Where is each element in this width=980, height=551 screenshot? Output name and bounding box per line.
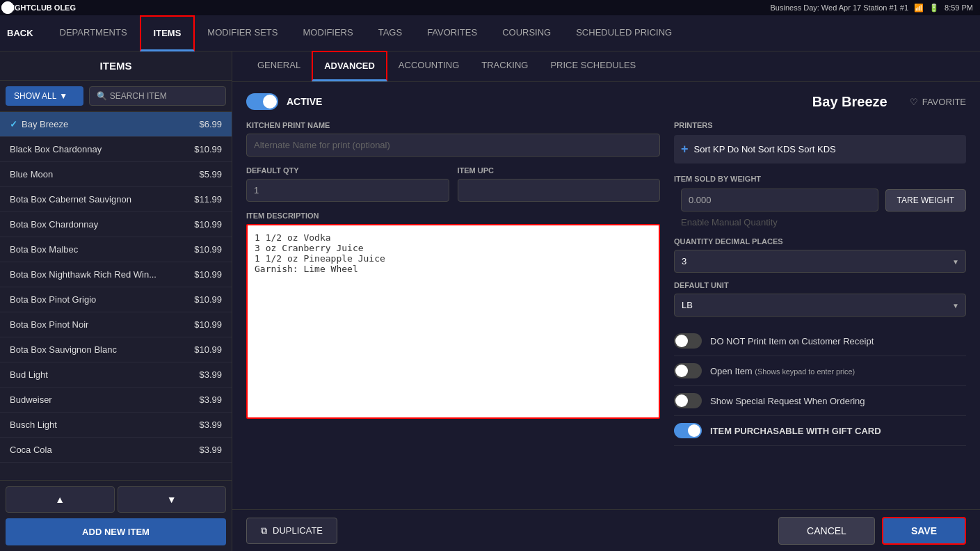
tare-weight-button[interactable]: TARE WEIGHT (885, 189, 966, 211)
weight-row: TARE WEIGHT (674, 189, 966, 211)
tab-price-schedules[interactable]: PRICE SCHEDULES (539, 51, 647, 81)
enable-manual-qty-label: Enable Manual Quantity (674, 217, 966, 227)
favorite-label: FAVORITE (922, 97, 966, 107)
battery-icon: 🔋 (929, 3, 939, 13)
printer-plus-icon: + (681, 142, 689, 157)
scroll-down-button[interactable]: ▼ (118, 486, 227, 513)
list-item[interactable]: Bota Box Cabernet Sauvignon $11.99 (0, 187, 232, 212)
duplicate-icon: ⧉ (261, 525, 267, 536)
qty-upc-row: DEFAULT QTY ITEM UPC (246, 166, 660, 202)
open-item-thumb (675, 365, 688, 377)
kitchen-print-name-label: KITCHEN PRINT NAME (246, 121, 660, 129)
active-row: ACTIVE Bay Breeze ♡ FAVORITE (246, 93, 966, 110)
favorite-button[interactable]: ♡ FAVORITE (910, 97, 966, 107)
enable-manual-qty-text: Enable Manual Quantity (681, 217, 778, 227)
list-item[interactable]: Blue Moon $5.99 (0, 162, 232, 187)
cancel-button[interactable]: CANCEL (778, 517, 875, 545)
toggle-track (246, 93, 278, 110)
list-item[interactable]: ✓Bay Breeze $6.99 (0, 112, 232, 137)
list-item[interactable]: Bota Box Malbec $10.99 (0, 237, 232, 262)
kitchen-print-name-input[interactable] (246, 134, 660, 157)
tab-tracking[interactable]: TRACKING (470, 51, 539, 81)
list-item[interactable]: Black Box Chardonnay $10.99 (0, 137, 232, 162)
item-upc-field: ITEM UPC (458, 166, 661, 202)
nav-departments[interactable]: DEPARTMENTS (47, 15, 140, 51)
list-item[interactable]: Bud Light $3.99 (0, 362, 232, 388)
main-layout: ITEMS SHOW ALL ▼ 🔍 SEARCH ITEM ✓Bay Bree… (0, 51, 980, 551)
item-description-label: ITEM DESCRIPTION (246, 211, 660, 220)
duplicate-button[interactable]: ⧉ DUPLICATE (246, 518, 337, 544)
default-qty-input[interactable] (246, 179, 449, 202)
time-display: 8:59 PM (945, 3, 973, 12)
special-request-thumb (675, 394, 688, 407)
list-item[interactable]: Bota Box Nighthawk Rich Red Win... $10.9… (0, 262, 232, 287)
default-unit-wrapper: LB OZ KG (674, 294, 966, 317)
item-upc-input[interactable] (458, 179, 661, 202)
sidebar: ITEMS SHOW ALL ▼ 🔍 SEARCH ITEM ✓Bay Bree… (0, 51, 232, 551)
list-item[interactable]: Bota Box Pinot Noir $10.99 (0, 312, 232, 337)
list-item[interactable]: Bota Box Sauvignon Blanc $10.99 (0, 337, 232, 362)
dropdown-icon: ▼ (59, 91, 67, 101)
do-not-print-toggle[interactable] (674, 333, 702, 349)
printer-name: Sort KP Do Not Sort KDS Sort KDS (694, 144, 836, 154)
open-item-toggle[interactable] (674, 363, 702, 378)
list-item[interactable]: Coca Cola $3.99 (0, 438, 232, 463)
gift-card-toggle[interactable] (674, 423, 702, 438)
scroll-up-button[interactable]: ▲ (6, 486, 115, 513)
top-bar: NIGHTCLUB OLEG Business Day: Wed Apr 17 … (0, 0, 980, 15)
show-all-label: SHOW ALL (14, 91, 56, 101)
add-new-item-button[interactable]: ADD NEW ITEM (6, 518, 226, 545)
nav-scheduled-pricing[interactable]: SCHEDULED PRICING (563, 15, 684, 51)
toggle-row-special-request: Show Special Request When Ordering (674, 386, 966, 416)
nav-favorites[interactable]: FAVORITES (415, 15, 490, 51)
default-qty-label: DEFAULT QTY (246, 166, 449, 175)
active-toggle[interactable] (246, 93, 278, 110)
weight-input[interactable] (681, 189, 878, 211)
heart-icon: ♡ (910, 97, 918, 107)
list-item[interactable]: Busch Light $3.99 (0, 413, 232, 438)
special-request-toggle[interactable] (674, 393, 702, 408)
bottom-bar: ⧉ DUPLICATE CANCEL SAVE (232, 509, 980, 551)
nav-tags[interactable]: TAGS (366, 15, 415, 51)
wifi-icon: 📶 (914, 3, 924, 13)
default-unit-select[interactable]: LB OZ KG (674, 294, 966, 317)
toggle-row-open-item: Open Item (Shows keypad to enter price) (674, 356, 966, 386)
default-qty-field: DEFAULT QTY (246, 166, 449, 202)
qty-decimal-select[interactable]: 3 0 1 2 (674, 250, 966, 273)
right-column: PRINTERS + Sort KP Do Not Sort KDS Sort … (674, 121, 966, 446)
nav-modifiers[interactable]: MODIFIERS (290, 15, 365, 51)
item-description-textarea[interactable]: 1 1/2 oz Vodka 3 oz Cranberry Juice 1 1/… (246, 224, 660, 419)
qty-decimal-wrapper: 3 0 1 2 (674, 250, 966, 273)
list-item[interactable]: Bota Box Chardonnay $10.99 (0, 212, 232, 237)
left-column: KITCHEN PRINT NAME DEFAULT QTY ITEM UPC (246, 121, 660, 446)
back-button[interactable]: BACK (7, 28, 33, 38)
item-title: Bay Breeze (812, 94, 887, 110)
search-button[interactable]: 🔍 SEARCH ITEM (89, 86, 226, 106)
item-sold-by-weight-label: ITEM SOLD BY WEIGHT (674, 175, 966, 183)
business-info: Business Day: Wed Apr 17 Station #1 #1 (771, 3, 909, 12)
show-all-button[interactable]: SHOW ALL ▼ (6, 86, 83, 106)
nav-modifier-sets[interactable]: MODIFIER SETS (195, 15, 290, 51)
sidebar-controls: SHOW ALL ▼ 🔍 SEARCH ITEM (0, 81, 232, 112)
content-area: GENERAL ADVANCED ACCOUNTING TRACKING PRI… (232, 51, 980, 551)
duplicate-label: DUPLICATE (273, 525, 323, 536)
nav-coursing[interactable]: COURSING (490, 15, 563, 51)
list-item[interactable]: Bota Box Pinot Grigio $10.99 (0, 287, 232, 312)
item-name-text: Bay Breeze (22, 119, 68, 129)
printers-section: PRINTERS + Sort KP Do Not Sort KDS Sort … (674, 121, 966, 163)
save-button[interactable]: SAVE (882, 517, 966, 545)
open-item-label: Open Item (Shows keypad to enter price) (710, 366, 855, 376)
default-unit-label: DEFAULT UNIT (674, 281, 966, 289)
list-item[interactable]: Budweiser $3.99 (0, 388, 232, 413)
do-not-print-label: DO NOT Print Item on Customer Receipt (710, 336, 874, 346)
printer-item[interactable]: + Sort KP Do Not Sort KDS Sort KDS (674, 135, 966, 163)
tab-accounting[interactable]: ACCOUNTING (387, 51, 470, 81)
two-column-layout: KITCHEN PRINT NAME DEFAULT QTY ITEM UPC (246, 121, 966, 446)
sidebar-header: ITEMS (0, 51, 232, 81)
qty-decimal-section: QUANTITY DECIMAL PLACES 3 0 1 2 (674, 237, 966, 273)
tab-advanced[interactable]: ADVANCED (312, 51, 387, 81)
tab-general[interactable]: GENERAL (246, 51, 312, 81)
nav-items[interactable]: ITEMS (140, 15, 195, 51)
search-label: SEARCH ITEM (110, 91, 167, 101)
top-bar-right: Business Day: Wed Apr 17 Station #1 #1 📶… (771, 3, 974, 13)
